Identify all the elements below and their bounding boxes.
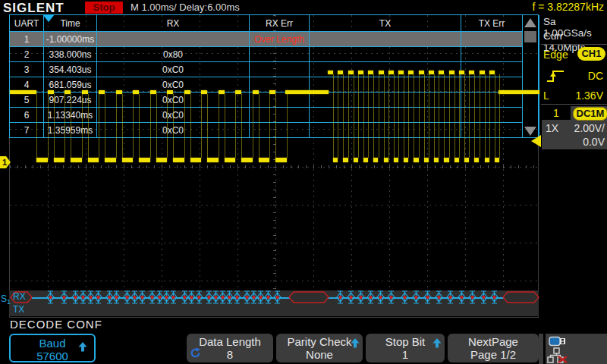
- siglent-logo: SIGLENT: [3, 1, 64, 16]
- edge-slope-rising-icon: [546, 68, 565, 83]
- menu-title: DECODE CONF: [10, 318, 102, 331]
- table-cell-rx-err[interactable]: [250, 77, 310, 93]
- uart-frame-marker-icon: [423, 290, 432, 304]
- menu-side-strip[interactable]: [539, 334, 543, 364]
- uart-frame-marker-icon: [46, 290, 55, 304]
- table-cell-time[interactable]: 1.35959ms: [44, 123, 97, 138]
- uart-frame-marker-icon: [60, 290, 68, 304]
- table-cell-time[interactable]: 681.059us: [44, 77, 97, 93]
- table-cell-tx-err[interactable]: [461, 32, 523, 47]
- uart-frame-marker-icon: [273, 290, 281, 304]
- table-cell-rx[interactable]: 0xC0: [97, 62, 250, 77]
- table-cell-tx[interactable]: [310, 47, 461, 62]
- table-row-index[interactable]: 7: [10, 123, 44, 138]
- uart-frame-marker-icon: [357, 290, 365, 304]
- softkey-label: NextPage: [448, 335, 539, 348]
- table-row-index[interactable]: 1: [10, 32, 44, 47]
- table-row-index[interactable]: 6: [10, 108, 44, 123]
- table-cell-rx-err[interactable]: [250, 93, 310, 108]
- softkey-label: Parity Check: [276, 335, 363, 348]
- run-state-badge[interactable]: Stop: [85, 2, 123, 14]
- uart-frame-bubble: [502, 291, 539, 303]
- table-cell-rx[interactable]: 0xC0: [97, 123, 250, 138]
- uart-frame-marker-icon: [94, 290, 102, 304]
- table-cell-tx[interactable]: [310, 62, 461, 77]
- channel1-offset: 0.0V: [583, 136, 605, 148]
- table-cell-tx[interactable]: [310, 77, 461, 93]
- uart-frame-marker-icon: [336, 290, 344, 304]
- scrollbar-thumb[interactable]: [524, 31, 536, 42]
- table-cell-tx-err[interactable]: [461, 47, 523, 62]
- table-cell-time[interactable]: 907.224us: [44, 93, 97, 108]
- table-cell-time[interactable]: -1.00000ms: [44, 32, 97, 47]
- up-arrow-icon: [78, 341, 87, 354]
- trigger-coupling-label: DC: [588, 70, 603, 82]
- table-header-uart: UART: [10, 15, 44, 32]
- table-scrollbar[interactable]: [523, 15, 539, 138]
- table-cell-rx[interactable]: 0xC0: [97, 77, 250, 93]
- channel1-coupling-badge: DC1M: [573, 107, 607, 121]
- table-cell-tx[interactable]: [310, 108, 461, 123]
- softkey-stop-bit[interactable]: Stop Bit1: [366, 334, 445, 362]
- lan-disconnected-icon: [547, 347, 570, 363]
- table-cell-rx-err[interactable]: [250, 108, 310, 123]
- table-cell-tx-err[interactable]: [461, 123, 523, 138]
- uart-frame-marker-icon: [169, 290, 178, 304]
- softkey-parity-check[interactable]: Parity CheckNone: [276, 334, 363, 362]
- table-cell-rx[interactable]: 0xC0: [97, 108, 250, 123]
- uart-frame-marker-icon: [458, 290, 466, 304]
- table-cell-tx-err[interactable]: [461, 108, 523, 123]
- table-row-index[interactable]: 2: [10, 47, 44, 62]
- gridline-h: [10, 281, 538, 281]
- softkey-value: None: [276, 348, 363, 361]
- table-cell-rx[interactable]: [97, 32, 250, 47]
- table-cell-tx-err[interactable]: [461, 93, 523, 108]
- uart-frame-marker-icon: [480, 290, 488, 304]
- uart-frame-marker-icon: [366, 290, 375, 304]
- trigger-source-badge: CH1: [577, 47, 605, 61]
- sidebar-divider: [541, 104, 607, 105]
- uart-frame-marker-icon: [376, 290, 385, 304]
- table-cell-tx[interactable]: [310, 123, 461, 138]
- table-cell-tx[interactable]: [310, 93, 461, 108]
- table-header-rx: RX: [97, 15, 250, 32]
- uart-frame-marker-icon: [446, 290, 454, 304]
- table-row-index[interactable]: 5: [10, 93, 44, 108]
- softkey-data-length[interactable]: Data Length8: [187, 334, 273, 362]
- channel1-tab[interactable]: 1: [542, 106, 571, 120]
- trigger-position-marker-icon[interactable]: [42, 14, 55, 22]
- table-cell-rx-err[interactable]: Over Length: [250, 32, 310, 47]
- scroll-up-icon[interactable]: [524, 18, 536, 27]
- table-cell-time[interactable]: 338.000ns: [44, 47, 97, 62]
- gridline-h: [10, 167, 538, 168]
- channel1-info-panel[interactable]: 1 DC1M 1X 2.00V/ 0.0V: [542, 106, 607, 149]
- uart-frame-marker-icon: [401, 290, 409, 304]
- table-header-tx: TX: [310, 15, 461, 32]
- table-row-index[interactable]: 3: [10, 62, 44, 77]
- softkey-baud[interactable]: Baud57600: [9, 334, 96, 362]
- rx-bus-label: RX: [13, 292, 26, 302]
- uart-frame-marker-icon: [264, 290, 272, 304]
- table-cell-tx[interactable]: [310, 32, 461, 47]
- table-cell-rx-err[interactable]: [250, 47, 310, 62]
- uart-decode-table[interactable]: UARTTimeRXRX ErrTXTX Err1-1.00000msOver …: [9, 14, 539, 138]
- table-cell-rx-err[interactable]: [250, 62, 310, 77]
- table-row-index[interactable]: 4: [10, 77, 44, 93]
- uart-frame-bubble: [288, 291, 329, 303]
- table-cell-time[interactable]: 354.403us: [44, 62, 97, 77]
- softkey-nextpage[interactable]: NextPagePage 1/2: [448, 334, 539, 362]
- softkey-label: Data Length: [187, 335, 273, 348]
- table-cell-rx[interactable]: 0x80: [97, 47, 250, 62]
- uart-frame-marker-icon: [195, 290, 203, 304]
- table-cell-rx[interactable]: 0xC0: [97, 93, 250, 108]
- table-cell-tx-err[interactable]: [461, 62, 523, 77]
- table-cell-rx-err[interactable]: [250, 123, 310, 138]
- trigger-level-value: 1.36V: [575, 89, 603, 102]
- table-cell-time[interactable]: 1.13340ms: [44, 108, 97, 123]
- trigger-level-label: L: [543, 89, 549, 102]
- up-arrow-icon: [351, 337, 360, 350]
- timebase-readout: M 1.00ms/ Delay:6.00ms: [131, 2, 240, 13]
- channel1-scale: 2.00V/: [574, 122, 605, 134]
- scroll-down-icon[interactable]: [524, 127, 536, 136]
- table-cell-tx-err[interactable]: [461, 77, 523, 93]
